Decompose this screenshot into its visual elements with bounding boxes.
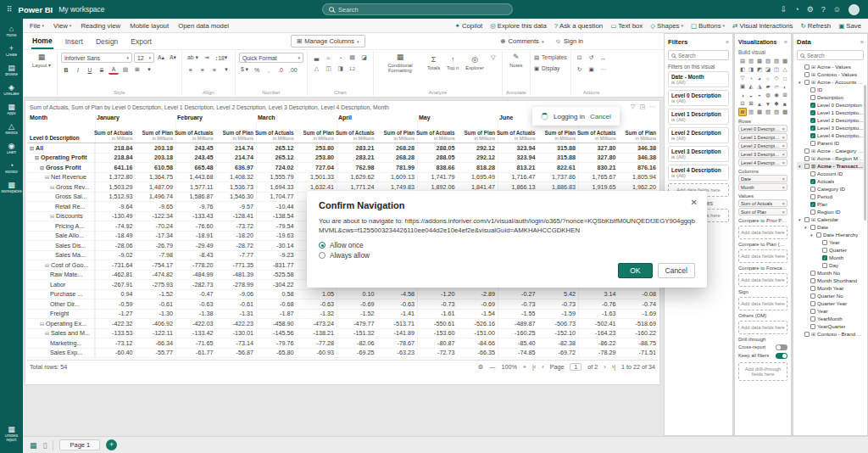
value-cell[interactable]: 268.28 (377, 143, 418, 153)
previous-page-icon[interactable]: ‹ (542, 363, 543, 371)
collapse-icon[interactable]: ⊟ (30, 145, 34, 151)
field-chip-level-2-description[interactable]: Level 2 Description× (738, 142, 787, 149)
value-cell[interactable]: 1,536.73 (216, 182, 257, 192)
field-checkbox[interactable] (810, 194, 815, 199)
visual-type-icon[interactable]: ▩ (781, 108, 789, 116)
value-cell[interactable]: 724.02 (256, 163, 297, 172)
visual-type-icon[interactable]: ◉ (772, 91, 781, 99)
value-cell[interactable]: -422.03 (175, 319, 216, 328)
field-chip-date[interactable]: Date× (738, 175, 787, 182)
value-cell[interactable]: -84.66 (458, 338, 498, 348)
value-cell[interactable]: -0.73 (498, 299, 538, 309)
visual-type-icon[interactable]: ⊞ (781, 91, 789, 99)
value-cell[interactable]: 1,629.62 (337, 173, 377, 182)
value-cell[interactable]: 292.12 (458, 154, 498, 163)
value-cell[interactable]: -88.75 (619, 338, 659, 348)
visual-type-icon[interactable]: ▼ (764, 99, 772, 108)
borders-button[interactable]: ⊞ (132, 64, 142, 75)
data-field-row-level-4-descriptio[interactable]: ✓Level 4 Descriptio... (797, 131, 864, 139)
row-header[interactable]: Pricing A... (27, 221, 95, 231)
undo-icon[interactable]: ↺ (587, 53, 597, 63)
value-cell[interactable]: -481.39 (216, 271, 257, 280)
table-chart-icon[interactable]: ▤ (347, 53, 358, 63)
value-cell[interactable]: -550.61 (417, 319, 458, 328)
value-cell[interactable]: -7.77 (216, 251, 257, 260)
sign-in-button[interactable]: ☺ Sign in (554, 37, 583, 45)
value-cell[interactable]: -474.82 (136, 271, 176, 280)
filters-search-input[interactable] (678, 53, 726, 59)
radio-unselected-icon[interactable] (319, 252, 326, 259)
field-checkbox[interactable]: ✓ (810, 110, 815, 115)
value-cell[interactable]: -422.32 (95, 319, 136, 328)
value-cell[interactable]: -63.23 (377, 349, 418, 358)
align-left-button[interactable]: ≡ (186, 64, 196, 75)
data-field-row-contoso-values[interactable]: ⊞Contoso - Values (797, 70, 864, 78)
visual-type-icon[interactable]: ◫ (772, 65, 781, 74)
field-checkbox[interactable]: ✓ (810, 179, 815, 184)
increase-decimal-button[interactable]: .00 (287, 64, 298, 75)
value-cell[interactable]: -18.49 (95, 232, 136, 241)
data-field-row-level-3-descriptio[interactable]: ✓Level 3 Descriptio... (797, 124, 864, 131)
matrix-month-header-february[interactable]: February (175, 113, 256, 120)
remove-field-icon[interactable]: × (782, 176, 785, 182)
data-field-row-acme-values[interactable]: ⊞Acme - Values (797, 63, 864, 70)
value-cell[interactable]: 288.05 (417, 154, 458, 163)
value-cell[interactable]: -267.91 (95, 280, 136, 289)
settings-icon[interactable]: ⚙ (807, 5, 814, 14)
value-cell[interactable]: 243.45 (175, 143, 216, 153)
percent-button[interactable]: % (252, 64, 262, 75)
field-checkbox[interactable]: ✓ (810, 118, 815, 123)
value-cell[interactable]: -278.99 (216, 280, 257, 289)
value-cell[interactable]: -9.64 (95, 202, 136, 211)
field-checkbox[interactable] (804, 80, 810, 85)
field-checkbox[interactable] (810, 294, 815, 299)
remove-field-icon[interactable]: × (782, 143, 785, 148)
resize-icon[interactable]: ↔ (598, 53, 609, 63)
filter-card-level-1-description[interactable]: Level 1 Descriptionis (All) (668, 109, 729, 125)
value-cell[interactable]: -771.35 (216, 260, 257, 270)
align-center-button[interactable]: ≡ (198, 64, 208, 75)
app-brand[interactable]: Power BI (19, 5, 53, 14)
visual-type-icon[interactable]: ▲ (755, 99, 764, 108)
matrix-month-header-january[interactable]: January (95, 113, 175, 120)
value-cell[interactable]: 1,765.67 (578, 173, 619, 182)
field-checkbox[interactable] (810, 210, 815, 215)
value-cell[interactable]: 292.12 (458, 143, 498, 153)
visual-type-icon[interactable]: ◑ (738, 91, 747, 99)
value-cell[interactable]: 265.12 (256, 143, 297, 153)
value-cell[interactable]: -151.32 (337, 329, 377, 338)
value-cell[interactable]: -28.06 (95, 241, 136, 250)
value-cell[interactable]: -0.47 (175, 290, 216, 299)
value-cell[interactable]: -0.61 (216, 299, 257, 309)
data-search-input[interactable] (807, 53, 860, 59)
value-cell[interactable]: -831.77 (256, 260, 297, 270)
value-cell[interactable]: -69.25 (337, 349, 377, 358)
row-header[interactable]: ⊟Discounts (27, 212, 95, 221)
decrease-decimal-button[interactable]: .0 (275, 64, 286, 75)
visual-type-icon[interactable]: ◮ (755, 82, 764, 91)
visual-type-icon[interactable]: ◨ (747, 65, 755, 74)
field-chip-level-0-description[interactable]: Level 0 Description× (738, 125, 787, 132)
value-cell[interactable]: 1,805.94 (619, 173, 659, 182)
conditional-formatting-button[interactable]: ▦ Conditional Formatting (377, 53, 423, 75)
value-cell[interactable]: -0.59 (95, 299, 136, 309)
menu-item-file[interactable]: File▾ (30, 22, 44, 30)
data-field-row-level-0-description[interactable]: ✓Level 0 Description (797, 101, 864, 109)
value-cell[interactable]: 265.12 (256, 154, 297, 163)
value-cell[interactable]: -778.20 (175, 260, 216, 270)
field-checkbox[interactable] (822, 263, 827, 268)
allow-once-option[interactable]: Allow once (319, 242, 695, 249)
cancel-button[interactable]: Cancel (658, 263, 695, 278)
next-page-icon[interactable]: › (604, 363, 605, 371)
triangle-chart-icon[interactable]: △ (311, 64, 322, 74)
data-field-row-month-no[interactable]: Month No (797, 269, 864, 277)
last-page-icon[interactable]: ›| (612, 363, 615, 371)
chevron-down-icon[interactable]: ▾ (798, 80, 803, 85)
data-field-row-account-id[interactable]: Account ID (797, 170, 864, 177)
data-field-row-year[interactable]: Year (797, 307, 864, 315)
feedback-icon[interactable]: ☺ (833, 5, 841, 14)
field-checkbox[interactable] (810, 301, 815, 306)
value-cell[interactable]: -525.58 (256, 271, 297, 280)
pin-action-icon[interactable]: ⊡ (575, 53, 585, 63)
visual-type-icon[interactable]: ◕ (755, 74, 764, 82)
